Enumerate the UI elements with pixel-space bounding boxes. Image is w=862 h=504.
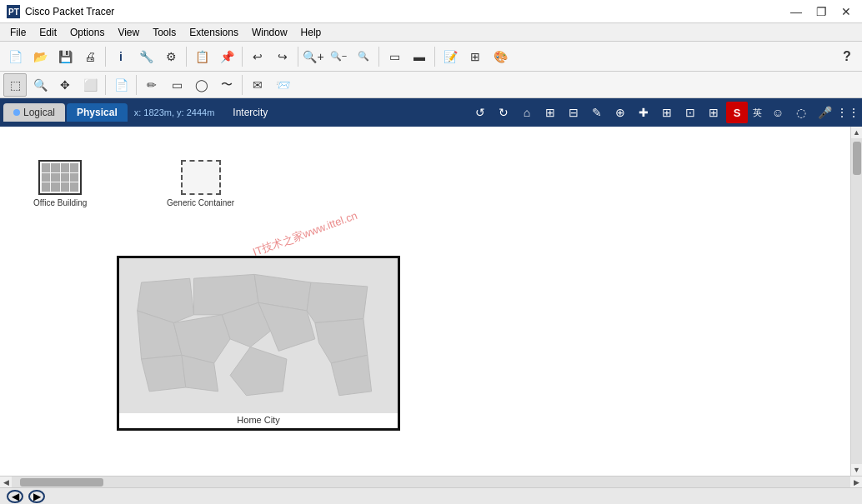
- menu-help[interactable]: Help: [294, 25, 328, 40]
- viewbar-right-tools: ↺ ↻ ⌂ ⊞ ⊟ ✎ ⊕ ✚ ⊞ ⊡ ⊞ S 英 ☺ ◌ 🎤 ⋮⋮: [469, 102, 859, 123]
- scroll-right-button[interactable]: ▶: [850, 477, 862, 488]
- menu-extensions[interactable]: Extensions: [183, 25, 245, 40]
- menu-window[interactable]: Window: [245, 25, 294, 40]
- physical-label: Physical: [77, 107, 118, 118]
- tab-logical[interactable]: Logical: [3, 103, 65, 122]
- cell: [51, 182, 59, 192]
- menu-file[interactable]: File: [3, 25, 33, 40]
- statusbar: ◀ ▶: [0, 487, 862, 504]
- zoom-fit-button[interactable]: 🔍: [352, 45, 375, 68]
- scroll-left-button[interactable]: ◀: [0, 477, 12, 488]
- home-button[interactable]: ⌂: [516, 102, 538, 123]
- lang-button[interactable]: 英: [749, 105, 765, 121]
- face-button[interactable]: ◌: [790, 102, 812, 123]
- office-building-icon: [38, 160, 82, 195]
- rect-button[interactable]: ▭: [383, 45, 406, 68]
- scroll-thumb-vertical[interactable]: [853, 142, 861, 175]
- zoom-in-button[interactable]: 🔍+: [302, 45, 325, 68]
- paste-button[interactable]: 📌: [215, 45, 238, 68]
- generic-container-item[interactable]: Generic Container: [167, 160, 234, 207]
- undo-button[interactable]: ↩: [246, 45, 269, 68]
- palette-button[interactable]: 🎨: [489, 45, 512, 68]
- zoom-out-button[interactable]: 🔍−: [327, 45, 350, 68]
- help-button[interactable]: ?: [835, 45, 859, 68]
- separator1: [105, 47, 106, 67]
- cell: [70, 163, 78, 172]
- info-button[interactable]: i: [109, 45, 133, 68]
- cell: [42, 182, 50, 192]
- diagonal-bar: [680, 127, 786, 487]
- toolbar1: 📄 📂 💾 🖨 i 🔧 ⚙ 📋 📌 ↩ ↪ 🔍+ 🔍− 🔍 ▭ ▬ 📝 ⊞ 🎨 …: [0, 42, 862, 72]
- fit-button[interactable]: ⊡: [679, 102, 701, 123]
- menu-edit[interactable]: Edit: [33, 25, 63, 40]
- home-city-box[interactable]: Home City: [117, 256, 400, 431]
- line-button[interactable]: ▬: [408, 45, 431, 68]
- cell: [42, 163, 50, 172]
- office-building-label: Office Building: [33, 198, 87, 207]
- grid-button[interactable]: ⊞: [464, 45, 487, 68]
- menubar: File Edit Options View Tools Extensions …: [0, 23, 862, 42]
- note-button[interactable]: 📝: [439, 45, 462, 68]
- sep-t2-1: [105, 75, 106, 95]
- pencil-tool[interactable]: ✏: [140, 73, 163, 97]
- close-button[interactable]: ✕: [837, 2, 855, 21]
- scroll-track-vertical: [851, 138, 862, 464]
- prev-button[interactable]: ◀: [7, 490, 23, 503]
- titlebar: PT Cisco Packet Tracer — ❐ ✕: [0, 0, 862, 23]
- settings-button[interactable]: ⚙: [159, 45, 183, 68]
- box-tool[interactable]: ▭: [165, 73, 188, 97]
- select-tool[interactable]: ⬚: [3, 73, 27, 97]
- scrollbar-vertical[interactable]: ▲ ▼: [850, 127, 862, 476]
- save-button[interactable]: 💾: [53, 45, 77, 68]
- edit-button[interactable]: ✎: [586, 102, 608, 123]
- cluster-button[interactable]: ⊞: [703, 102, 724, 123]
- menu-options[interactable]: Options: [63, 25, 111, 40]
- forward-nav-button[interactable]: ↻: [493, 102, 514, 123]
- print-button[interactable]: 🖨: [78, 45, 102, 68]
- dots-button[interactable]: ⋮⋮: [837, 102, 859, 123]
- tab-physical[interactable]: Physical: [67, 103, 128, 122]
- minimize-button[interactable]: —: [787, 2, 805, 21]
- work-area: Office Building Generic Container: [0, 127, 862, 487]
- background-area: Office Building Generic Container: [0, 127, 850, 476]
- scrollbar-horizontal[interactable]: ◀ ▶: [0, 476, 862, 487]
- sep-t2-2: [136, 75, 137, 95]
- network-button[interactable]: 🔧: [134, 45, 158, 68]
- scroll-thumb-horizontal[interactable]: [20, 478, 103, 487]
- add-button[interactable]: ⊞: [539, 102, 561, 123]
- nav-button[interactable]: ✚: [633, 102, 654, 123]
- new-button[interactable]: 📄: [3, 45, 27, 68]
- scroll-up-button[interactable]: ▲: [851, 127, 863, 138]
- copy-button[interactable]: 📋: [190, 45, 213, 68]
- separator2: [186, 47, 187, 67]
- move-tool[interactable]: ✥: [53, 73, 77, 97]
- smiley-button[interactable]: ☺: [767, 102, 789, 123]
- home-city-label: Home City: [237, 413, 279, 427]
- generic-container-icon: [181, 160, 221, 195]
- search-tool[interactable]: 🔍: [28, 73, 52, 97]
- redo-button[interactable]: ↪: [271, 45, 294, 68]
- email-tool[interactable]: ✉: [246, 73, 269, 97]
- maximize-button[interactable]: ❐: [812, 2, 830, 21]
- sim-button[interactable]: S: [726, 102, 748, 123]
- grid-view-button[interactable]: ⊞: [656, 102, 678, 123]
- coordinates: x: 1823m, y: 2444m: [134, 107, 215, 117]
- scroll-down-button[interactable]: ▼: [851, 464, 863, 476]
- separator3: [242, 47, 243, 67]
- open-button[interactable]: 📂: [28, 45, 52, 68]
- generic-container-label: Generic Container: [167, 198, 234, 207]
- next-button[interactable]: ▶: [28, 490, 45, 503]
- ellipse-tool[interactable]: ◯: [190, 73, 213, 97]
- intercity-label: Intercity: [233, 107, 268, 118]
- freehand-tool[interactable]: 〜: [215, 73, 238, 97]
- remove-button[interactable]: ⊟: [563, 102, 584, 123]
- back-nav-button[interactable]: ↺: [469, 102, 491, 123]
- note-tool[interactable]: 📄: [109, 73, 133, 97]
- move-button[interactable]: ⊕: [609, 102, 631, 123]
- lasso-tool[interactable]: ⬜: [78, 73, 102, 97]
- office-building-container[interactable]: Office Building: [33, 160, 87, 207]
- menu-view[interactable]: View: [111, 25, 146, 40]
- menu-tools[interactable]: Tools: [146, 25, 183, 40]
- mic-button[interactable]: 🎤: [814, 102, 835, 123]
- send-tool[interactable]: 📨: [271, 73, 294, 97]
